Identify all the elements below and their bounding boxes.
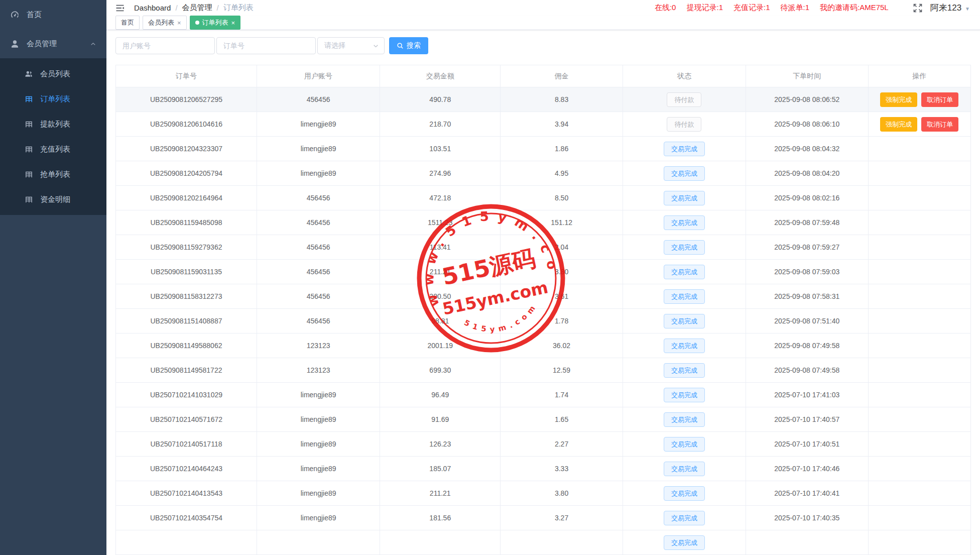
order-time-cell: 2025-09-08 07:59:48	[746, 210, 869, 235]
actions-cell: 强制完成取消订单	[868, 87, 970, 112]
actions-cell	[868, 334, 970, 358]
status-badge: 交易完成	[664, 166, 705, 181]
actions-cell	[868, 457, 970, 481]
tab-2[interactable]: 订单列表×	[190, 16, 241, 30]
amount-cell: 211.21	[380, 260, 501, 284]
tags-view-bar: 首页会员列表×订单列表×	[106, 16, 980, 30]
amount-cell: 200.50	[380, 284, 501, 309]
sidebar-item-home[interactable]: 首页	[0, 0, 106, 29]
header-stat: 充值记录:1	[733, 3, 770, 13]
app: 首页 会员管理 会员列表订单列表提款列表充值列表抢单列表资金明细 Dashboa…	[0, 0, 980, 555]
commission-cell: 3.80	[501, 260, 623, 284]
status-select[interactable]: 请选择	[317, 37, 385, 54]
search-row: 请选择 搜索	[115, 37, 971, 54]
force-complete-button[interactable]: 强制完成	[880, 117, 917, 132]
breadcrumb-item[interactable]: 会员管理	[182, 3, 212, 13]
actions-cell	[868, 210, 970, 235]
sidebar-subitem-0[interactable]: 会员列表	[0, 61, 106, 86]
table-row: UB2507102140464243limengjie89185.073.33交…	[116, 457, 971, 481]
amount-cell: 211.21	[380, 481, 501, 506]
column-header-4: 状态	[623, 65, 746, 87]
table-icon	[25, 95, 33, 103]
actions-cell	[868, 383, 970, 407]
fullscreen-icon[interactable]	[913, 3, 923, 13]
search-button-label: 搜索	[407, 41, 421, 50]
table-row: UB2509081202164964456456472.188.50交易完成20…	[116, 186, 971, 210]
order-no-cell: UB2509081206104616	[116, 112, 257, 137]
tab-label: 首页	[121, 18, 134, 27]
user-account-cell	[257, 530, 380, 555]
table-row: UB2507102140571672limengjie8991.691.65交易…	[116, 407, 971, 432]
sidebar-item-member-management[interactable]: 会员管理	[0, 29, 106, 58]
chevron-down-icon	[373, 43, 379, 49]
search-button[interactable]: 搜索	[389, 37, 428, 54]
actions-cell	[868, 186, 970, 210]
status-badge: 交易完成	[664, 289, 705, 304]
commission-cell: 3.27	[501, 506, 623, 530]
table-row: UB2507102140354754limengjie89181.563.27交…	[116, 506, 971, 530]
table-icon	[25, 170, 33, 179]
amount-cell: 699.30	[380, 358, 501, 383]
user-account-input[interactable]	[115, 37, 215, 54]
amount-cell: 1511.23	[380, 210, 501, 235]
user-account-cell: limengjie89	[257, 506, 380, 530]
commission-cell: 36.02	[501, 334, 623, 358]
table-row: UB250908115140888745645698.811.78交易完成202…	[116, 309, 971, 334]
commission-cell: 4.95	[501, 161, 623, 186]
actions-cell	[868, 432, 970, 457]
table-icon	[25, 195, 33, 204]
user-account-cell: 456456	[257, 235, 380, 260]
commission-cell: 3.33	[501, 457, 623, 481]
table-row: UB2507102141031029limengjie8996.491.74交易…	[116, 383, 971, 407]
sidebar-subitem-5[interactable]: 资金明细	[0, 187, 106, 212]
hamburger-icon[interactable]	[114, 3, 126, 13]
order-no-cell: UB2509081151408887	[116, 309, 257, 334]
order-no-cell: UB2507102140413543	[116, 481, 257, 506]
sidebar-submenu: 会员列表订单列表提款列表充值列表抢单列表资金明细	[0, 58, 106, 215]
amount-cell: 126.23	[380, 432, 501, 457]
tab-1[interactable]: 会员列表×	[143, 16, 187, 30]
header-stat: 提现记录:1	[686, 3, 723, 13]
status-badge: 交易完成	[664, 511, 705, 525]
cancel-order-button[interactable]: 取消订单	[921, 117, 958, 132]
order-no-cell: UB2509081158312273	[116, 284, 257, 309]
close-icon[interactable]: ×	[231, 20, 235, 26]
close-icon[interactable]: ×	[177, 20, 181, 26]
order-no-cell: UB2509081159485098	[116, 210, 257, 235]
order-no-input[interactable]	[216, 37, 316, 54]
commission-cell: 3.94	[501, 112, 623, 137]
sidebar-subitem-4[interactable]: 抢单列表	[0, 162, 106, 187]
force-complete-button[interactable]: 强制完成	[880, 92, 917, 107]
user-menu[interactable]: 阿来123 ▼	[930, 2, 970, 14]
order-time-cell: 2025-07-10 17:40:46	[746, 457, 869, 481]
status-cell: 交易完成	[623, 383, 746, 407]
table-row: UB2509081159031135456456211.213.80交易完成20…	[116, 260, 971, 284]
sidebar-item-label: 首页	[27, 10, 42, 20]
breadcrumb-item[interactable]: Dashboard	[134, 4, 171, 12]
order-time-cell: 2025-07-10 17:40:41	[746, 481, 869, 506]
status-cell: 交易完成	[623, 186, 746, 210]
sidebar-subitem-1[interactable]: 订单列表	[0, 86, 106, 112]
status-cell: 交易完成	[623, 309, 746, 334]
caret-down-icon: ▼	[965, 6, 970, 12]
amount-cell: 113.41	[380, 235, 501, 260]
actions-cell	[868, 481, 970, 506]
tab-0[interactable]: 首页	[115, 16, 140, 30]
header-stats: 在线:0提现记录:1充值记录:1待派单:1我的邀请码:AME75L	[655, 3, 889, 13]
order-no-cell: UB2509081202164964	[116, 186, 257, 210]
actions-cell	[868, 235, 970, 260]
order-time-cell: 2025-09-08 07:49:58	[746, 358, 869, 383]
main: Dashboard / 会员管理 / 订单列表 在线:0提现记录:1充值记录:1…	[106, 0, 980, 555]
table-row: UB2507102140517118limengjie89126.232.27交…	[116, 432, 971, 457]
sidebar-subitem-3[interactable]: 充值列表	[0, 137, 106, 162]
sidebar-subitem-2[interactable]: 提款列表	[0, 112, 106, 137]
content: 请选择 搜索 订单号用户账号交易金额佣金状态下单时间操作	[106, 30, 980, 555]
header-stat: 待派单:1	[781, 3, 810, 13]
user-account-cell: limengjie89	[257, 457, 380, 481]
amount-cell: 2001.19	[380, 334, 501, 358]
sidebar-subitem-label: 会员列表	[40, 69, 70, 79]
actions-cell	[868, 161, 970, 186]
order-time-cell: 2025-09-08 07:49:58	[746, 334, 869, 358]
cancel-order-button[interactable]: 取消订单	[921, 92, 958, 107]
status-cell: 交易完成	[623, 432, 746, 457]
